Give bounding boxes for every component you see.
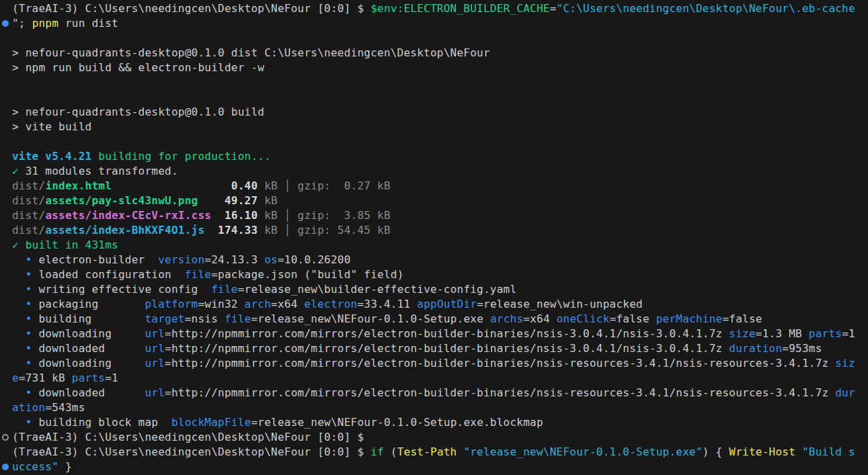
text-segment: uccess" <box>12 460 58 473</box>
command-decoration-icon[interactable] <box>2 464 9 470</box>
text-segment: =1.3 MB <box>756 327 809 340</box>
text-segment: Write-Host <box>729 445 795 458</box>
terminal-line <box>0 31 868 46</box>
text-segment: index.html <box>45 179 112 192</box>
text-segment: url <box>145 327 165 340</box>
text-segment: > nefour-quadrants-desktop@0.1.0 build <box>12 105 264 118</box>
text-segment: perMachine <box>656 312 723 325</box>
terminal-line: dist/assets/index-CEcV-rxI.css 16.10 kB … <box>0 208 868 223</box>
terminal-line: dist/assets/index-BhKXF4O1.js 174.33 kB … <box>0 223 868 238</box>
text-segment <box>12 298 26 310</box>
terminal-line: > nefour-quadrants-desktop@0.1.0 build <box>0 105 868 120</box>
text-segment: =1 <box>105 372 118 384</box>
terminal-line: • packaging platform=win32 arch=x64 elec… <box>0 297 868 312</box>
text-segment: platform <box>145 298 198 310</box>
text-segment: oneClick <box>557 312 610 325</box>
text-segment: 31 modules transformed. <box>19 165 178 177</box>
text-segment: =release_new\builder-effective-config.ya… <box>238 283 517 296</box>
text-segment: ✓ built in 431ms <box>12 239 118 251</box>
text-segment: pnpm <box>32 17 59 30</box>
text-segment: file <box>185 268 212 281</box>
text-segment: =33.4.11 <box>357 298 417 310</box>
terminal-line: • downloading url=http://npmmirror.com/m… <box>0 356 868 371</box>
terminal-line: • building block map blockMapFile=releas… <box>0 415 868 430</box>
terminal-line: dist/index.html 0.40 kB │ gzip: 0.27 kB <box>0 179 868 193</box>
text-segment: • <box>26 327 32 340</box>
text-segment <box>12 327 26 340</box>
text-segment: =x64 <box>271 298 304 310</box>
text-segment: blockMapFile <box>171 416 251 429</box>
text-segment: ( <box>384 445 397 458</box>
text-segment: =win32 <box>198 298 244 310</box>
text-segment: packaging <box>32 298 145 310</box>
text-segment: • <box>26 312 32 325</box>
text-segment: arch <box>245 298 272 310</box>
text-segment <box>198 194 225 207</box>
command-decoration-icon[interactable] <box>2 20 9 27</box>
text-segment: • <box>26 342 32 355</box>
text-segment: "; <box>12 17 32 30</box>
text-segment: > vite build <box>12 120 91 133</box>
text-segment: • <box>26 253 32 266</box>
text-segment: parts <box>72 372 105 384</box>
text-segment: electron <box>304 298 357 310</box>
text-segment: dist/ <box>12 179 45 192</box>
text-segment: =package.json ("build" field) <box>211 268 403 281</box>
terminal-line: ✓ 31 modules transformed. <box>0 164 868 179</box>
text-segment: siz <box>835 357 855 370</box>
text-segment: =x64 <box>523 312 556 325</box>
terminal-line: uccess" } <box>0 460 868 474</box>
text-segment: • <box>26 298 32 310</box>
text-segment <box>12 357 26 370</box>
text-segment: • <box>26 386 32 399</box>
terminal-line <box>0 75 868 90</box>
text-segment: target <box>145 312 184 325</box>
text-segment: kB │ gzip: 54.45 kB <box>258 224 390 236</box>
text-segment: e <box>12 372 19 384</box>
terminal-line <box>0 134 868 149</box>
terminal-line: • building target=nsis file=release_new\… <box>0 312 868 327</box>
text-segment: building block map <box>32 416 171 429</box>
text-segment: kB <box>258 194 278 207</box>
text-segment <box>12 268 26 281</box>
text-segment: assets/index-CEcV-rxI.css <box>45 209 211 222</box>
text-segment: > npm run build && electron-builder -w <box>12 61 264 74</box>
text-segment: building <box>32 312 145 325</box>
text-segment: =release_new\NEFour-0.1.0-Setup.exe <box>251 312 489 325</box>
text-segment: 174.33 <box>218 224 258 236</box>
text-segment: =false <box>610 312 656 325</box>
terminal-line: > vite build <box>0 120 868 134</box>
text-segment: size <box>729 327 756 340</box>
terminal-line: > npm run build && electron-builder -w <box>0 60 868 75</box>
text-segment: kB │ gzip: 0.27 kB <box>258 179 390 192</box>
text-segment: if <box>370 445 384 458</box>
text-segment: electron-builder <box>32 253 159 266</box>
text-segment <box>795 445 802 458</box>
text-segment: =543ms <box>45 401 85 414</box>
text-segment: archs <box>490 312 523 325</box>
text-segment: (TraeAI-3) C:\Users\needingcen\Desktop\N… <box>12 445 370 458</box>
text-segment: url <box>145 357 165 370</box>
text-segment: • <box>26 268 32 281</box>
text-segment: "Build s <box>802 445 855 458</box>
text-segment <box>12 386 26 399</box>
text-segment: =http://npmmirror.com/mirrors/electron-b… <box>165 327 729 340</box>
text-segment: = <box>550 2 557 15</box>
text-segment: (TraeAI-3) C:\Users\needingcen\Desktop\N… <box>12 2 370 15</box>
text-segment: duration <box>729 342 782 355</box>
text-segment: Test-Path <box>397 445 457 458</box>
terminal-line: • electron-builder version=24.13.3 os=10… <box>0 253 868 267</box>
command-decoration-outline-icon[interactable] <box>2 434 9 441</box>
text-segment: url <box>145 342 165 355</box>
text-segment: (TraeAI-3) C:\Users\needingcen\Desktop\N… <box>12 431 364 443</box>
text-segment: } <box>58 460 72 473</box>
text-segment <box>204 224 218 236</box>
text-segment: "release_new\NEFour-0.1.0-Setup.exe" <box>463 445 702 458</box>
text-segment: version <box>158 253 204 266</box>
terminal-line: (TraeAI-3) C:\Users\needingcen\Desktop\N… <box>0 445 868 460</box>
text-segment: dur <box>835 386 855 399</box>
text-segment: dist/ <box>12 224 45 236</box>
text-segment: assets/pay-slc43nwU.png <box>45 194 198 207</box>
text-segment: $env:ELECTRON_BUILDER_CACHE <box>370 2 550 15</box>
text-segment: building for production... <box>98 150 271 163</box>
